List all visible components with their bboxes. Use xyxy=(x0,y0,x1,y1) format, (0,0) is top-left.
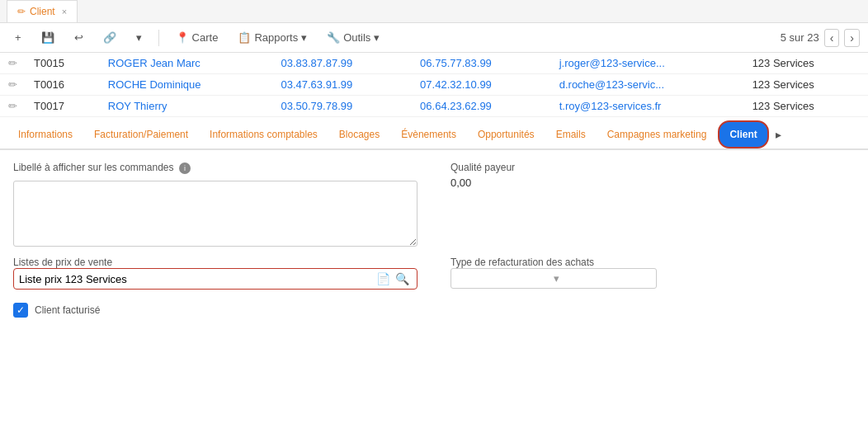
prix-vente-input[interactable] xyxy=(19,273,374,285)
rapports-label: Rapports xyxy=(254,31,298,44)
tab-nav-evenements[interactable]: Évènements xyxy=(391,122,466,147)
tab-nav-blocages[interactable]: Blocages xyxy=(329,122,389,147)
tab-nav-comptable[interactable]: Informations comptables xyxy=(200,122,328,147)
content-area: Libellé à afficher sur les commandes i Q… xyxy=(0,150,868,329)
prix-vente-search-button[interactable]: 🔍 xyxy=(393,272,412,285)
table-row: ✏ T0017 ROY Thierry 03.50.79.78.99 06.64… xyxy=(0,96,868,117)
toolbar: + 💾 ↩ 🔗 ▾ 📍 Carte 📋 Rapports ▾ 🔧 Outils … xyxy=(0,23,868,53)
client-tab[interactable]: ✏ Client × xyxy=(7,0,78,22)
tab-nav-emails[interactable]: Emails xyxy=(546,122,596,147)
prix-vente-section: Listes de prix de vente 📄 🔍 xyxy=(13,257,417,290)
libelle-label: Libellé à afficher sur les commandes i xyxy=(13,162,417,174)
attach-button[interactable]: 🔗 xyxy=(97,28,123,47)
table-row: ✏ T0016 ROCHE Dominique 03.47.63.91.99 0… xyxy=(0,74,868,96)
row-phone1[interactable]: 03.50.79.78.99 xyxy=(272,96,412,117)
rapports-icon: 📋 xyxy=(238,31,251,44)
tabs-navigation: InformationsFacturation/PaiementInformat… xyxy=(0,120,868,150)
qualite-field-group: Qualité payeur 0,00 xyxy=(451,162,855,247)
row-edit-icon[interactable]: ✏ xyxy=(8,78,17,91)
undo-button[interactable]: ↩ xyxy=(68,28,90,47)
outils-icon: 🔧 xyxy=(327,31,340,44)
row-name[interactable]: ROGER Jean Marc xyxy=(100,53,273,74)
row-email[interactable]: t.roy@123-services.fr xyxy=(551,96,744,117)
carte-label: Carte xyxy=(192,31,219,44)
table-row: ✏ T0015 ROGER Jean Marc 03.83.87.87.99 0… xyxy=(0,53,868,74)
row-edit-icon[interactable]: ✏ xyxy=(8,57,17,69)
tab-nav-informations[interactable]: Informations xyxy=(8,122,83,147)
libelle-field-group: Libellé à afficher sur les commandes i xyxy=(13,162,417,247)
tab-bar: ✏ Client × xyxy=(0,0,868,23)
attach-dropdown-button[interactable]: ▾ xyxy=(130,28,149,47)
refacturation-arrow-icon: ▾ xyxy=(554,272,651,285)
row-email[interactable]: d.roche@123-servic... xyxy=(551,74,744,96)
row-phone2[interactable]: 06.64.23.62.99 xyxy=(412,96,551,117)
tab-close-button[interactable]: × xyxy=(62,7,67,16)
bottom-left-section: Listes de prix de vente 📄 🔍 Client factu… xyxy=(13,257,417,318)
row-phone1[interactable]: 03.47.63.91.99 xyxy=(272,74,412,96)
add-button[interactable]: + xyxy=(8,28,28,47)
client-facture-row: Client facturisé xyxy=(13,303,417,318)
refacturation-dropdown[interactable]: ▾ xyxy=(451,268,657,289)
refacturation-label: Type de refacturation des achats xyxy=(451,257,855,268)
row-email[interactable]: j.roger@123-service... xyxy=(551,53,744,74)
row-company: 123 Services xyxy=(744,74,868,96)
tab-nav-opportunites[interactable]: Opportunités xyxy=(468,122,545,147)
edit-tab-icon: ✏ xyxy=(17,6,26,17)
qualite-label: Qualité payeur xyxy=(451,162,855,173)
tab-label: Client xyxy=(30,6,55,17)
row-code: T0016 xyxy=(26,74,100,96)
rapports-button[interactable]: 📋 Rapports ▾ xyxy=(231,28,314,47)
refacturation-section: Type de refacturation des achats ▾ xyxy=(451,257,855,289)
tab-nav-facturation[interactable]: Facturation/Paiement xyxy=(84,122,198,147)
outils-label: Outils xyxy=(343,31,370,44)
libelle-info-icon[interactable]: i xyxy=(179,162,191,174)
prev-page-button[interactable]: ‹ xyxy=(824,29,840,47)
row-code: T0015 xyxy=(26,53,100,74)
save-button[interactable]: 💾 xyxy=(35,28,61,47)
client-table: ✏ T0015 ROGER Jean Marc 03.83.87.87.99 0… xyxy=(0,53,868,117)
row-phone2[interactable]: 07.42.32.10.99 xyxy=(412,74,551,96)
toolbar-separator xyxy=(158,30,159,46)
pagination-area: 5 sur 23 ‹ › xyxy=(781,29,860,47)
next-page-button[interactable]: › xyxy=(844,29,860,47)
tabs-more-button[interactable]: ▸ xyxy=(771,121,786,148)
qualite-value: 0,00 xyxy=(451,177,855,189)
row-name[interactable]: ROCHE Dominique xyxy=(100,74,273,96)
row-phone1[interactable]: 03.83.87.87.99 xyxy=(272,53,412,74)
row-company: 123 Services xyxy=(744,96,868,117)
bottom-content-row: Listes de prix de vente 📄 🔍 Client factu… xyxy=(13,257,855,318)
prix-vente-label: Listes de prix de vente xyxy=(13,257,417,268)
row-code: T0017 xyxy=(26,96,100,117)
outils-button[interactable]: 🔧 Outils ▾ xyxy=(320,28,386,47)
client-facture-checkbox[interactable] xyxy=(13,303,28,318)
outils-arrow-icon: ▾ xyxy=(374,31,380,44)
top-content-row: Libellé à afficher sur les commandes i Q… xyxy=(13,162,855,247)
tab-nav-client[interactable]: Client xyxy=(718,120,768,148)
carte-button[interactable]: 📍 Carte xyxy=(169,28,225,47)
rapports-arrow-icon: ▾ xyxy=(301,31,307,44)
row-edit-icon[interactable]: ✏ xyxy=(8,100,17,112)
prix-vente-input-container: 📄 🔍 xyxy=(13,268,417,290)
libelle-textarea[interactable] xyxy=(13,181,417,247)
client-facture-label: Client facturisé xyxy=(35,304,100,316)
pagination-text: 5 sur 23 xyxy=(781,31,819,44)
tab-nav-campagnes[interactable]: Campagnes marketing xyxy=(597,122,717,147)
row-phone2[interactable]: 06.75.77.83.99 xyxy=(412,53,551,74)
row-name[interactable]: ROY Thierry xyxy=(100,96,273,117)
bottom-right-section: Type de refacturation des achats ▾ xyxy=(451,257,855,302)
carte-icon: 📍 xyxy=(176,31,189,44)
prix-vente-copy-button[interactable]: 📄 xyxy=(374,272,393,285)
row-company: 123 Services xyxy=(744,53,868,74)
